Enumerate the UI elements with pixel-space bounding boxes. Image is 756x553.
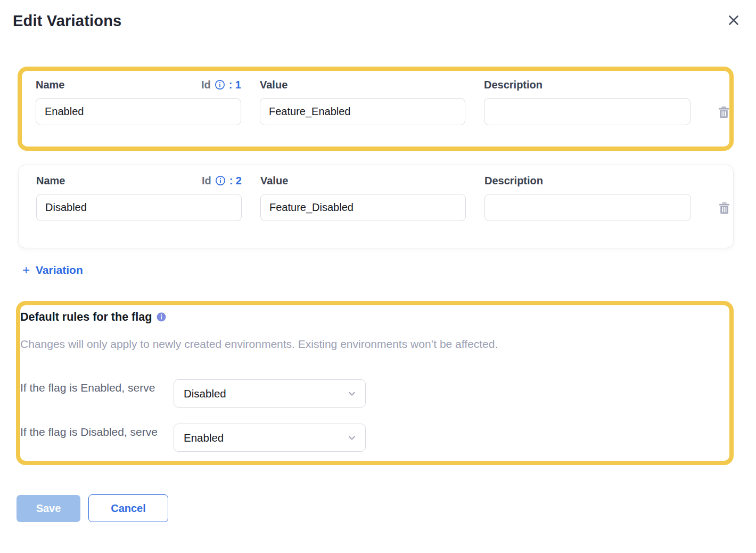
- description-label: Description: [484, 175, 543, 187]
- name-field-group: Name Id : 2: [36, 174, 242, 221]
- value-field-group: Value: [260, 174, 466, 221]
- name-label: Name: [36, 79, 64, 91]
- variation-name-input[interactable]: [36, 98, 241, 125]
- trash-icon: [717, 113, 731, 121]
- add-variation-label: Variation: [36, 264, 83, 276]
- id-label: Id: [201, 79, 211, 91]
- id-label: Id: [202, 175, 211, 187]
- description-field-group: Description: [484, 174, 691, 221]
- page-title: Edit Variations: [13, 12, 121, 30]
- description-label: Description: [484, 79, 543, 91]
- trash-icon: [717, 209, 732, 217]
- delete-variation-button[interactable]: [717, 105, 731, 119]
- variation-card-1: Name Id : 1 Value: [18, 67, 734, 151]
- add-variation-button[interactable]: + Variation: [22, 264, 83, 276]
- default-rules-card: Default rules for the flag Changes will …: [16, 301, 734, 465]
- info-icon[interactable]: [215, 79, 225, 90]
- id-value: : 2: [229, 175, 242, 187]
- edit-variations-modal: Edit Variations Name Id : 1: [0, 0, 756, 553]
- close-button[interactable]: [725, 12, 742, 29]
- info-icon[interactable]: [215, 175, 226, 186]
- close-icon: [727, 20, 740, 28]
- variation-value-input[interactable]: [260, 194, 466, 221]
- serve-select-disabled[interactable]: Enabled: [174, 424, 366, 452]
- rule-label: If the flag is Disabled, serve: [20, 424, 174, 440]
- default-rules-note: Changes will only apply to newly created…: [20, 337, 719, 351]
- select-value: Disabled: [184, 387, 226, 400]
- rule-row-disabled: If the flag is Disabled, serve Enabled: [20, 424, 719, 452]
- variation-description-input[interactable]: [484, 194, 691, 221]
- rule-label: If the flag is Enabled, serve: [20, 379, 174, 395]
- description-field-group: Description: [484, 78, 691, 125]
- chevron-down-icon: [347, 389, 357, 399]
- modal-footer: Save Cancel: [17, 494, 756, 522]
- variation-description-input[interactable]: [484, 98, 691, 125]
- name-label: Name: [36, 175, 65, 187]
- chevron-down-icon: [347, 433, 357, 443]
- variation-name-input[interactable]: [36, 194, 242, 221]
- variation-card-2: Name Id : 2 Value: [18, 165, 734, 248]
- name-field-group: Name Id : 1: [36, 78, 241, 125]
- default-rules-title: Default rules for the flag: [20, 310, 152, 324]
- value-label: Value: [260, 175, 288, 187]
- rule-row-enabled: If the flag is Enabled, serve Disabled: [20, 379, 719, 408]
- select-value: Enabled: [184, 432, 224, 444]
- id-value: : 1: [229, 79, 241, 91]
- cancel-button[interactable]: Cancel: [88, 494, 168, 522]
- save-button[interactable]: Save: [17, 495, 80, 522]
- info-filled-icon[interactable]: [157, 312, 166, 322]
- value-label: Value: [260, 79, 287, 91]
- plus-icon: +: [22, 264, 30, 276]
- serve-select-enabled[interactable]: Disabled: [174, 379, 366, 408]
- variation-value-input[interactable]: [260, 98, 465, 125]
- delete-variation-button[interactable]: [717, 201, 732, 215]
- modal-header: Edit Variations: [0, 0, 756, 30]
- value-field-group: Value: [260, 78, 465, 125]
